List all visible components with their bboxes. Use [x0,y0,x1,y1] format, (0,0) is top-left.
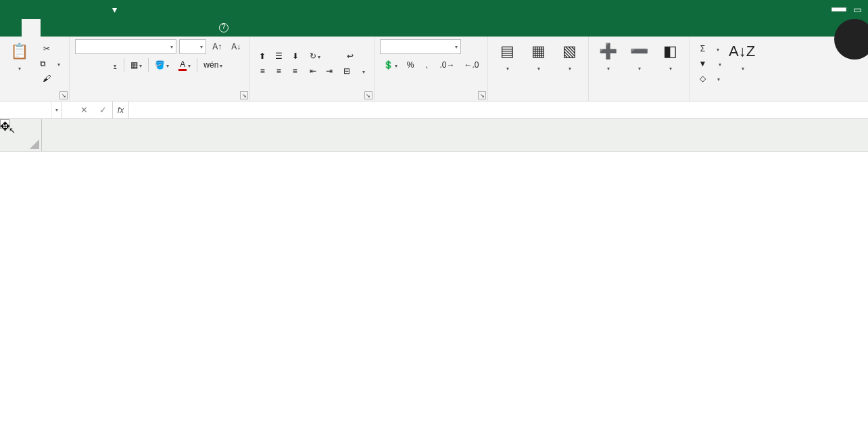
save-icon[interactable] [7,3,19,16]
format-painter-button[interactable]: 🖌 [37,72,64,85]
cells-area[interactable] [42,152,868,437]
copy-button[interactable]: ⧉ [37,57,64,70]
tab-formulas[interactable] [78,19,97,37]
autosum-button[interactable]: Σ [695,42,724,55]
delete-icon: ➖ [628,41,650,62]
tab-page-layout[interactable] [59,19,78,37]
tab-home[interactable] [22,19,41,37]
clear-button[interactable]: ◇ [695,72,724,85]
brush-icon: 🖌 [43,74,51,83]
ribbon-display-icon[interactable]: ▭ [850,3,864,16]
group-label-clipboard [5,97,64,101]
bulb-icon [219,23,228,32]
group-alignment: ⬆ ☰ ⬇ ≡ ≡ ≡ ↻ ⇤ ⇥ ↩ [250,37,374,101]
formula-input[interactable] [129,101,868,118]
tab-help[interactable] [173,19,192,37]
sort-filter-button[interactable]: A↓Z [729,39,756,88]
delete-cells-button[interactable]: ➖ [625,39,652,88]
decrease-decimal-button[interactable]: ←.0 [460,58,482,72]
align-top-button[interactable]: ⬆ [256,49,269,63]
accounting-format-button[interactable]: 💲 [380,58,401,72]
insert-function-icon[interactable] [68,3,80,16]
ribbon-tabs [0,19,868,37]
eraser-icon: ◇ [700,74,706,83]
formula-bar: ▾ ✕ ✓ fx [0,101,868,119]
name-box-input[interactable] [0,101,51,118]
name-box[interactable]: ▾ [0,101,62,118]
underline-button[interactable] [107,58,121,72]
font-size-combo[interactable]: ▾ [179,39,206,54]
tab-review[interactable] [116,19,135,37]
group-editing: Σ ▼ ◇ A↓Z [690,37,761,101]
fill-down-icon: ▼ [698,59,706,68]
paste-icon: 📋 [8,41,30,62]
decrease-font-button[interactable]: A↓ [228,40,244,53]
clipboard-dialog-launcher[interactable]: ↘ [59,91,68,99]
cell-style-icon: ▧ [558,41,580,62]
align-left-button[interactable]: ≡ [256,64,269,78]
name-box-dropdown[interactable]: ▾ [51,101,62,118]
tab-file[interactable] [3,19,22,37]
group-label-cells [594,97,683,101]
align-right-button[interactable]: ≡ [288,64,302,78]
align-center-button[interactable]: ≡ [272,64,285,78]
tell-me-search[interactable] [211,19,241,37]
increase-font-button[interactable]: A↑ [209,40,225,53]
tab-insert[interactable] [41,19,59,37]
fill-color-button[interactable]: 🪣 [151,58,172,72]
merge-center-button[interactable]: ⊟ [340,64,368,78]
fx-icon[interactable]: fx [113,101,129,118]
fill-button[interactable]: ▼ [695,57,724,70]
insert-cells-button[interactable]: ➕ [594,39,621,88]
tab-data[interactable] [97,19,116,37]
increase-indent-button[interactable]: ⇥ [322,64,336,78]
group-label-font [75,97,244,101]
cut-button[interactable]: ✂ [37,42,64,55]
format-icon: ◧ [659,41,681,62]
confirm-edit-button[interactable]: ✓ [93,101,112,118]
comma-format-button[interactable]: , [420,58,433,72]
align-bottom-button[interactable]: ⬇ [289,49,302,63]
touch-mode-icon[interactable] [88,3,100,16]
tab-view[interactable] [135,19,154,37]
insert-icon: ➕ [597,41,619,62]
column-headers [42,119,868,152]
group-clipboard: 📋 ✂ ⧉ 🖌 ↘ [0,37,70,101]
redo-icon[interactable] [47,3,59,16]
font-name-combo[interactable]: ▾ [75,39,176,54]
wrap-text-button[interactable]: ↩ [340,49,368,63]
wrap-icon: ↩ [347,51,354,61]
merge-icon: ⊟ [343,66,350,76]
align-middle-button[interactable]: ☰ [272,49,286,63]
group-number: ▾ 💲 % , .0→ ←.0 ↘ [375,37,489,101]
decrease-indent-button[interactable]: ⇤ [306,64,320,78]
phonetic-button[interactable]: wén [200,58,226,72]
italic-button[interactable] [91,58,105,72]
undo-icon[interactable] [27,3,39,16]
alignment-dialog-launcher[interactable]: ↘ [364,91,372,99]
scissors-icon: ✂ [43,44,50,53]
autofill-options-button[interactable]: ▾ [0,119,9,129]
percent-format-button[interactable]: % [404,58,418,72]
cell-styles-button[interactable]: ▧ [556,39,583,88]
font-color-button[interactable]: A [175,58,194,72]
conditional-format-button[interactable]: ▤ [493,39,521,88]
borders-button[interactable]: ▦ [127,58,145,72]
qat-customize-icon[interactable]: ▾ [108,3,120,16]
tab-developer[interactable] [154,19,173,37]
bold-button[interactable] [75,58,89,72]
paste-button[interactable]: 📋 [5,39,32,88]
increase-decimal-button[interactable]: .0→ [436,58,458,72]
group-label-alignment [256,97,368,101]
login-button[interactable] [831,7,846,12]
group-cells: ➕ ➖ ◧ [589,37,690,101]
number-dialog-launcher[interactable]: ↘ [478,91,486,99]
cancel-edit-button[interactable]: ✕ [74,101,93,118]
format-cells-button[interactable]: ◧ [656,39,683,88]
format-as-table-button[interactable]: ▦ [525,39,552,88]
tab-power-pivot[interactable] [192,19,211,37]
sigma-icon: Σ [700,44,705,53]
font-dialog-launcher[interactable]: ↘ [240,91,248,99]
orientation-button[interactable]: ↻ [306,49,324,63]
number-format-combo[interactable]: ▾ [380,39,461,54]
